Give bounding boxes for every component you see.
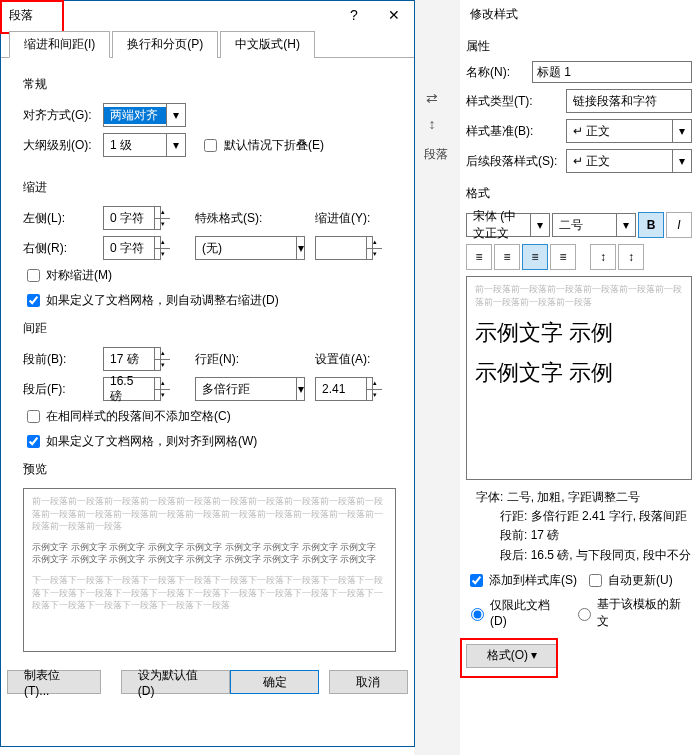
type-combo[interactable]: 链接段落和字符 [566, 89, 692, 113]
setval-label: 设置值(A): [315, 351, 370, 368]
auto-update-checkbox[interactable] [589, 574, 602, 587]
align-left-button[interactable]: ≡ [466, 244, 492, 270]
nospace-checkbox[interactable] [27, 410, 40, 423]
help-button[interactable]: ? [334, 1, 374, 29]
only-doc-radio[interactable] [471, 608, 484, 621]
grid-align-checkbox[interactable] [27, 435, 40, 448]
preview-box: 前一段落前一段落前一段落前一段落前一段落前一段落前一段落前一段落前一段落前一段落… [23, 488, 396, 652]
before-label: 段前(B): [23, 351, 103, 368]
template-radio[interactable] [578, 608, 591, 621]
indentval-label: 缩进值(Y): [315, 210, 370, 227]
tabs-button[interactable]: 制表位(T)... [7, 670, 101, 694]
default-button[interactable]: 设为默认值(D) [121, 670, 230, 694]
name-label: 名称(N): [466, 64, 532, 81]
symmetric-checkbox[interactable] [27, 269, 40, 282]
grid-indent-checkbox[interactable] [27, 294, 40, 307]
format-button[interactable]: 格式(O) ▾ [466, 644, 558, 668]
spacing-heading: 间距 [23, 320, 396, 337]
tab-line-page[interactable]: 换行和分页(P) [112, 31, 218, 58]
italic-button[interactable]: I [666, 212, 692, 238]
style-description: 字体: 二号, 加粗, 字距调整二号 行距: 多倍行距 2.41 字行, 段落间… [476, 488, 692, 565]
special-label: 特殊格式(S): [195, 210, 265, 227]
modify-style-dialog: 修改样式 属性 名称(N): 样式类型(T): 链接段落和字符 样式基准(B):… [460, 0, 692, 755]
align-combo[interactable]: 两端对齐 ▾ [103, 103, 186, 127]
left-indent-label: 左侧(L): [23, 210, 103, 227]
outline-combo[interactable]: 1 级 ▾ [103, 133, 186, 157]
dialog-title: 修改样式 [460, 0, 692, 32]
linesp-combo[interactable]: 多倍行距 ▾ [195, 377, 305, 401]
before-spinner[interactable]: 17 磅 ▴▾ [103, 347, 161, 371]
right-indent-label: 右侧(R): [23, 240, 103, 257]
nospace-label: 在相同样式的段落间不添加空格(C) [46, 408, 231, 425]
base-label: 样式基准(B): [466, 123, 566, 140]
collapse-checkbox[interactable] [204, 139, 217, 152]
cancel-button[interactable]: 取消 [329, 670, 408, 694]
type-label: 样式类型(T): [466, 93, 566, 110]
align-label: 对齐方式(G): [23, 107, 103, 124]
grid-align-label: 如果定义了文档网格，则对齐到网格(W) [46, 433, 257, 450]
general-heading: 常规 [23, 76, 396, 93]
add-to-gallery-checkbox[interactable] [470, 574, 483, 587]
after-spinner[interactable]: 16.5 磅 ▴▾ [103, 377, 161, 401]
align-center-button[interactable]: ≡ [494, 244, 520, 270]
paragraph-dialog: 段落 ? ✕ 缩进和间距(I) 换行和分页(P) 中文版式(H) 常规 对齐方式… [0, 0, 415, 747]
ok-button[interactable]: 确定 [230, 670, 319, 694]
linesp-label: 行距(N): [195, 351, 265, 368]
bold-button[interactable]: B [638, 212, 664, 238]
sample-box: 前一段落前一段落前一段落前一段落前一段落前一段落前一段落前一段落前一段落 示例文… [466, 276, 692, 480]
chevron-down-icon: ▾ [166, 134, 185, 156]
outline-label: 大纲级别(O): [23, 137, 103, 154]
indent-heading: 缩进 [23, 179, 396, 196]
props-heading: 属性 [466, 38, 692, 55]
align-justify-button[interactable]: ≡ [522, 244, 548, 270]
close-button[interactable]: ✕ [374, 1, 414, 29]
preview-heading: 预览 [23, 461, 396, 478]
tabs: 缩进和间距(I) 换行和分页(P) 中文版式(H) [9, 31, 414, 58]
tab-indent-spacing[interactable]: 缩进和间距(I) [9, 31, 110, 58]
right-indent-spinner[interactable]: 0 字符 ▴▾ [103, 236, 161, 260]
base-combo[interactable]: ↵ 正文▾ [566, 119, 692, 143]
sort-icon: ↕ [420, 112, 444, 136]
format-heading: 格式 [466, 185, 692, 202]
after-label: 段后(F): [23, 381, 103, 398]
indentval-spinner[interactable]: ▴▾ [315, 236, 373, 260]
dialog-title: 段落 [9, 7, 33, 24]
collapse-label: 默认情况下折叠(E) [224, 137, 324, 154]
spacing-inc-button[interactable]: ↕ [618, 244, 644, 270]
indent-icon: ⇄ [420, 86, 444, 110]
next-combo[interactable]: ↵ 正文▾ [566, 149, 692, 173]
linespacing-button[interactable]: ↕ [590, 244, 616, 270]
align-right-button[interactable]: ≡ [550, 244, 576, 270]
grid-indent-label: 如果定义了文档网格，则自动调整右缩进(D) [46, 292, 279, 309]
special-combo[interactable]: (无) ▾ [195, 236, 305, 260]
next-label: 后续段落样式(S): [466, 153, 566, 170]
left-indent-spinner[interactable]: 0 字符 ▴▾ [103, 206, 161, 230]
tab-asian[interactable]: 中文版式(H) [220, 31, 315, 58]
font-combo[interactable]: 宋体 (中文正文▾ [466, 213, 550, 237]
setval-spinner[interactable]: 2.41 ▴▾ [315, 377, 373, 401]
titlebar: 段落 ? ✕ [1, 1, 414, 29]
size-combo[interactable]: 二号▾ [552, 213, 636, 237]
symmetric-label: 对称缩进(M) [46, 267, 112, 284]
chevron-down-icon: ▾ [166, 104, 185, 126]
name-input[interactable] [532, 61, 692, 83]
